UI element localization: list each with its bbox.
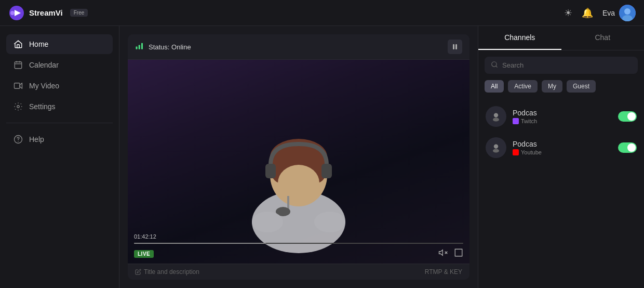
- search-bar: [485, 57, 638, 74]
- pause-icon: [452, 44, 458, 50]
- svg-point-2: [10, 11, 15, 15]
- sidebar-item-my-video-label: My Video: [29, 82, 59, 90]
- channel-toggle[interactable]: [618, 111, 637, 122]
- svg-point-41: [494, 144, 498, 148]
- sun-icon: ☀: [564, 7, 572, 19]
- platform-color-dot: [513, 149, 519, 155]
- progress-fill: [134, 243, 266, 244]
- progress-bar[interactable]: [134, 243, 463, 244]
- notifications-button[interactable]: 🔔: [582, 7, 593, 19]
- pause-button[interactable]: [448, 40, 462, 54]
- calendar-icon: [14, 60, 23, 70]
- filter-all-button[interactable]: All: [485, 80, 504, 93]
- svg-point-28: [278, 165, 319, 201]
- channel-platform: Youtube: [513, 149, 612, 155]
- sidebar-bottom: Help: [0, 129, 119, 149]
- svg-line-36: [496, 66, 498, 68]
- sidebar: Home Calendar My Video: [0, 26, 119, 288]
- content-area: Status: Online: [119, 26, 478, 288]
- platform-label: Twitch: [521, 118, 537, 124]
- svg-point-13: [17, 106, 20, 108]
- topnav-right: ☀ 🔔 Eva: [564, 5, 636, 21]
- svg-point-38: [494, 113, 498, 117]
- tab-channels[interactable]: Channels: [478, 26, 561, 50]
- edit-icon: [135, 269, 141, 275]
- svg-point-15: [18, 141, 19, 142]
- video-controls-row: LIVE: [134, 248, 463, 259]
- app-name: StreamVi: [29, 8, 63, 17]
- title-description-label: Title and description: [144, 268, 199, 276]
- channel-item[interactable]: Podcas Youtube: [478, 132, 644, 163]
- filter-row: All Active My Guest: [478, 80, 644, 99]
- title-description-link[interactable]: Title and description: [135, 268, 199, 276]
- help-icon: [14, 135, 23, 144]
- main-layout: Home Calendar My Video: [0, 26, 644, 288]
- video-icon: [14, 81, 23, 90]
- channel-info: Podcas Youtube: [513, 140, 612, 155]
- svg-point-39: [493, 117, 499, 121]
- svg-rect-26: [265, 164, 276, 178]
- toggle-knob: [627, 143, 636, 152]
- platform-label: Youtube: [521, 149, 542, 155]
- platform-color-dot: [513, 118, 519, 124]
- channel-avatar: [486, 106, 506, 127]
- topnav: StreamVi Free ☀ 🔔 Eva: [0, 0, 644, 26]
- mute-button[interactable]: [438, 248, 448, 259]
- user-name: Eva: [602, 9, 615, 17]
- channel-item[interactable]: Podcas Twitch: [478, 101, 644, 132]
- channel-avatar: [486, 137, 506, 158]
- svg-rect-11: [15, 83, 20, 89]
- filter-my-button[interactable]: My: [542, 80, 562, 93]
- home-icon: [14, 40, 23, 49]
- status-text: Status: Online: [149, 43, 191, 51]
- svg-rect-19: [453, 44, 454, 49]
- search-icon: [491, 61, 498, 70]
- svg-rect-17: [139, 45, 140, 49]
- bell-icon: 🔔: [582, 7, 593, 19]
- video-card-footer: Title and description RTMP & KEY: [128, 264, 469, 280]
- mute-icon: [438, 248, 448, 257]
- sidebar-item-settings-label: Settings: [29, 102, 56, 111]
- tab-chat[interactable]: Chat: [561, 26, 645, 50]
- logo-icon: [8, 5, 25, 21]
- svg-rect-18: [141, 43, 143, 49]
- panel-tabs: Channels Chat: [478, 26, 644, 50]
- sidebar-item-calendar[interactable]: Calendar: [6, 55, 113, 75]
- filter-active-button[interactable]: Active: [508, 80, 538, 93]
- sidebar-item-help-label: Help: [29, 135, 44, 143]
- sidebar-item-settings[interactable]: Settings: [6, 97, 113, 116]
- channel-info: Podcas Twitch: [513, 109, 612, 124]
- sidebar-item-help[interactable]: Help: [6, 129, 113, 149]
- channel-platform: Twitch: [513, 118, 612, 124]
- fullscreen-button[interactable]: [454, 248, 463, 259]
- sidebar-item-my-video[interactable]: My Video: [6, 76, 113, 96]
- avatar: [619, 5, 636, 21]
- toggle-knob: [627, 112, 636, 121]
- channels-list: Podcas Twitch: [478, 99, 644, 165]
- rtmp-key-label: RTMP & KEY: [425, 268, 462, 276]
- user-area[interactable]: Eva: [602, 5, 636, 21]
- logo-area[interactable]: StreamVi Free: [8, 5, 88, 21]
- sidebar-item-home-label: Home: [29, 40, 48, 48]
- svg-point-42: [493, 149, 499, 152]
- svg-rect-16: [136, 47, 138, 49]
- settings-icon: [14, 102, 23, 111]
- channel-name: Podcas: [513, 109, 612, 117]
- svg-rect-20: [455, 44, 457, 49]
- right-panel: Channels Chat All Active My: [478, 26, 644, 288]
- plan-badge: Free: [70, 9, 88, 17]
- sidebar-item-home[interactable]: Home: [6, 34, 113, 54]
- rtmp-key-link[interactable]: RTMP & KEY: [425, 268, 462, 276]
- svg-rect-27: [321, 164, 332, 178]
- sidebar-divider: [6, 123, 113, 123]
- channel-toggle[interactable]: [618, 142, 637, 153]
- theme-toggle-button[interactable]: ☀: [564, 7, 572, 19]
- video-overlay: 01:42:12 LIVE: [128, 229, 469, 264]
- video-ctrl-icons: [438, 248, 463, 259]
- filter-guest-button[interactable]: Guest: [567, 80, 596, 93]
- search-input[interactable]: [502, 61, 632, 69]
- video-wrapper: 01:42:12 LIVE: [128, 60, 469, 264]
- svg-rect-7: [15, 62, 22, 69]
- svg-rect-6: [17, 45, 20, 48]
- video-card: Status: Online: [128, 34, 469, 280]
